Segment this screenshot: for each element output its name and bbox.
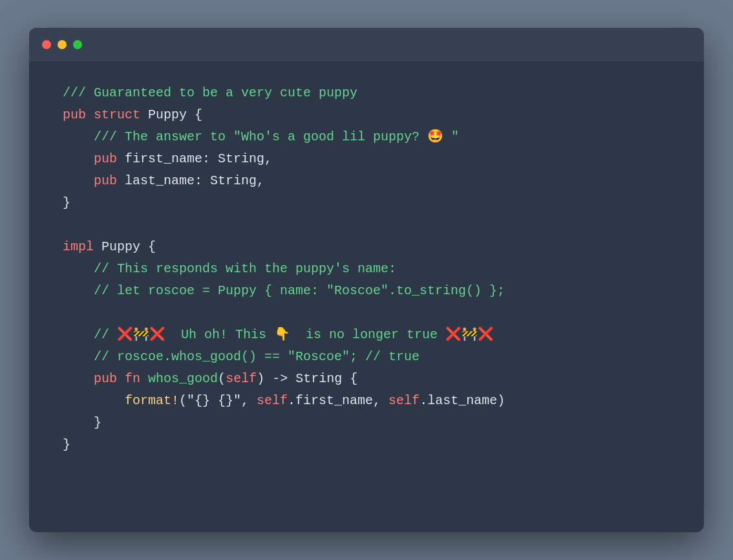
line-10: // let roscoe = Puppy { name: "Roscoe".t…: [63, 280, 670, 302]
line-12: // ❌🚧❌ Uh oh! This 👇 is no longer true ❌…: [63, 324, 670, 346]
maximize-button[interactable]: [73, 40, 82, 49]
line-15: format!("{} {}", self.first_name, self.l…: [63, 390, 670, 412]
line-7: [63, 214, 670, 236]
line-9: // This responds with the puppy's name:: [63, 258, 670, 280]
line-13: // roscoe.whos_good() == "Roscoe"; // tr…: [63, 346, 670, 368]
line-11: [63, 302, 670, 324]
line-17: }: [63, 434, 670, 456]
line-16: }: [63, 412, 670, 434]
code-editor: /// Guaranteed to be a very cute puppy p…: [29, 61, 704, 532]
minimize-button[interactable]: [58, 40, 67, 49]
line-8: impl Puppy {: [63, 236, 670, 258]
line-1: /// Guaranteed to be a very cute puppy: [63, 82, 670, 104]
code-window: /// Guaranteed to be a very cute puppy p…: [29, 28, 704, 532]
line-14: pub fn whos_good(self) -> String {: [63, 368, 670, 390]
line-3: /// The answer to "Who's a good lil pupp…: [63, 126, 670, 148]
close-button[interactable]: [42, 40, 51, 49]
line-2: pub struct Puppy {: [63, 104, 670, 126]
line-4: pub first_name: String,: [63, 148, 670, 170]
line-6: }: [63, 192, 670, 214]
titlebar: [29, 28, 704, 61]
line-5: pub last_name: String,: [63, 170, 670, 192]
